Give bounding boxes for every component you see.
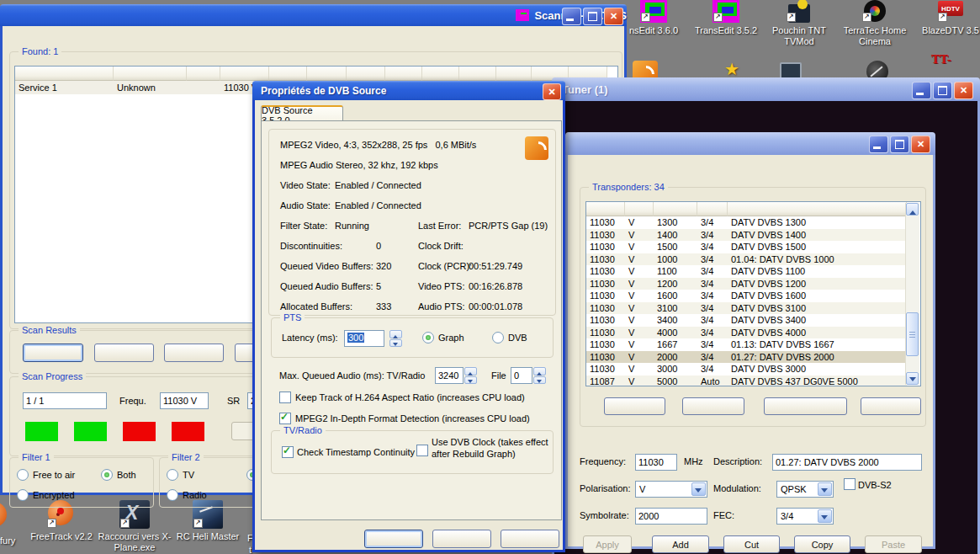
scroll-thumb[interactable] — [906, 312, 919, 356]
scan-results-button[interactable] — [23, 344, 83, 362]
transponder-row[interactable]: 11030 V 1000 3/4 01.04: DATV DVBS 1000 — [586, 253, 907, 266]
transponder-row[interactable]: 11030 V 1100 3/4 DATV DVBS 1100 — [586, 265, 907, 278]
chevron-down-icon[interactable] — [818, 509, 832, 523]
desktop-icon[interactable]: Pouchin TNT TVMod — [761, 0, 837, 47]
description-input[interactable] — [772, 454, 922, 471]
filter-radio-option[interactable]: TV — [167, 465, 246, 485]
transponder-row[interactable]: 11030 V 1400 3/4 DATV DVBS 1400 — [586, 229, 907, 242]
filter-radio-option[interactable]: Free to air — [17, 465, 101, 485]
frequency-input[interactable] — [635, 454, 677, 471]
column-header[interactable] — [728, 202, 907, 216]
symbolrate-input[interactable] — [635, 508, 707, 525]
dialog-button[interactable] — [501, 530, 559, 548]
transponder-row[interactable]: 11030 V 1600 3/4 DATV DVBS 1600 — [586, 290, 907, 302]
transponder-row[interactable]: 11030 V 4000 3/4 DATV DVBS 4000 — [586, 327, 907, 339]
transponder-action-button[interactable] — [604, 397, 665, 415]
desktop-icon[interactable]: Raccourci vers X-Plane.exe — [97, 500, 172, 553]
minimize-button[interactable] — [869, 136, 888, 153]
checkbox-icon — [279, 392, 291, 403]
close-button[interactable] — [954, 82, 973, 99]
latency-spinner[interactable] — [389, 330, 402, 347]
desktop-icon[interactable]: nsEdit 3.6.0 — [616, 0, 691, 36]
timestamp-checkbox[interactable] — [282, 446, 294, 458]
max-queued-tv-spinner[interactable] — [464, 367, 477, 384]
transponder-row[interactable]: 11030 V 1200 3/4 DATV DVBS 1200 — [586, 278, 907, 290]
polarisation-value: V — [639, 484, 645, 494]
polarisation-select[interactable]: V — [635, 481, 707, 498]
dvbs2-checkbox[interactable] — [844, 478, 856, 490]
column-header[interactable] — [586, 202, 625, 216]
max-queued-tv-input[interactable] — [435, 367, 464, 384]
column-header[interactable] — [307, 67, 347, 81]
edit-action-button[interactable]: Copy — [794, 535, 850, 553]
maximize-button[interactable] — [583, 8, 602, 25]
frequency-field[interactable] — [160, 392, 209, 409]
column-header[interactable] — [187, 67, 220, 81]
column-header[interactable] — [385, 67, 422, 81]
chevron-down-icon[interactable] — [691, 482, 706, 496]
transponder-action-button[interactable] — [682, 397, 744, 415]
progress-field[interactable] — [23, 392, 107, 409]
dvb-clock-checkbox[interactable] — [416, 445, 428, 456]
desktop-icon[interactable] — [930, 52, 955, 76]
close-button[interactable] — [543, 83, 561, 100]
transponder-row[interactable]: 11030 V 2000 3/4 01.27: DATV DVBS 2000 — [586, 351, 907, 364]
close-button[interactable] — [604, 8, 623, 25]
filter-radio-option[interactable]: Radio — [167, 485, 246, 505]
transponder-row[interactable]: 11030 V 3000 3/4 DATV DVBS 3000 — [586, 363, 907, 376]
minimize-button[interactable] — [562, 8, 581, 25]
scrollbar[interactable] — [905, 203, 919, 385]
close-button[interactable] — [911, 136, 930, 153]
scanner-titlebar[interactable]: Scanner - DATV-S — [0, 4, 627, 26]
dvb-radio-label: DVB — [508, 333, 527, 343]
dialog-button[interactable] — [364, 530, 423, 548]
chevron-down-icon[interactable] — [818, 482, 832, 496]
dvb-radio-option[interactable]: DVB — [492, 328, 527, 348]
transponder-row[interactable]: 11030 V 1667 3/4 01.13: DATV DVBS 1667 — [586, 338, 907, 351]
latency-input[interactable]: 300 — [344, 330, 384, 347]
scan-results-button[interactable] — [94, 344, 154, 362]
maximize-button[interactable] — [890, 136, 909, 153]
transponder-row[interactable]: 11030 V 3400 3/4 DATV DVBS 3400 — [586, 314, 907, 327]
modulation-select[interactable]: QPSK — [776, 481, 834, 498]
filter-radio-option[interactable]: Both — [101, 465, 150, 485]
edit-action-button[interactable]: Apply — [583, 535, 632, 553]
transponder-action-button[interactable] — [861, 397, 921, 415]
transponder-row[interactable]: 11030 V 3100 3/4 DATV DVBS 3100 — [586, 302, 907, 315]
column-header[interactable] — [496, 67, 532, 81]
column-header[interactable] — [269, 67, 307, 81]
transponder-row[interactable]: 11087 V 5000 Auto DATV DVBS 437 DG0VE 50… — [586, 376, 907, 387]
edit-action-button[interactable]: Paste — [865, 535, 922, 553]
column-header[interactable] — [459, 67, 496, 81]
column-header[interactable] — [114, 67, 187, 81]
column-header[interactable] — [347, 67, 385, 81]
edit-action-button[interactable]: Add — [652, 535, 709, 553]
max-queued-file-input[interactable] — [511, 367, 532, 384]
column-header[interactable] — [422, 67, 459, 81]
scan-results-button[interactable] — [164, 344, 224, 362]
dialog-button[interactable] — [432, 530, 491, 548]
maximize-button[interactable] — [933, 82, 952, 99]
scroll-up-icon[interactable] — [906, 203, 919, 216]
column-header[interactable] — [654, 202, 697, 216]
transponder-action-button[interactable] — [764, 397, 847, 415]
transponder-row[interactable]: 11030 V 1500 3/4 DATV DVBS 1500 — [586, 241, 907, 253]
edit-action-button[interactable]: Cut — [723, 535, 780, 553]
desktop-icon[interactable]: HDTV BlazeDTV 3.5 — [913, 0, 980, 36]
desktop-icon[interactable]: TerraTec Home Cinema — [837, 0, 913, 47]
column-header[interactable] — [697, 202, 728, 216]
filter-radio-option[interactable]: Encrypted — [17, 485, 101, 505]
graph-radio-option[interactable]: Graph — [422, 328, 464, 348]
column-header[interactable] — [220, 67, 269, 81]
scroll-down-icon[interactable] — [906, 372, 919, 385]
partial-desktop-icon[interactable] — [0, 502, 7, 529]
column-header[interactable] — [625, 202, 654, 216]
max-queued-file-spinner[interactable] — [533, 367, 546, 384]
dialog-titlebar[interactable]: Propriétés de DVB Source — [252, 81, 565, 100]
transponder-row[interactable]: 11030 V 1300 3/4 DATV DVBS 1300 — [586, 216, 907, 229]
column-header[interactable] — [15, 67, 114, 81]
desktop-icon[interactable]: TransEdit 3.5.2 — [688, 0, 764, 36]
minimize-button[interactable] — [912, 82, 931, 99]
option-checkbox-row[interactable]: Keep Track of H.264 Aspect Ratio (increa… — [279, 386, 554, 408]
fec-select[interactable]: 3/4 — [776, 508, 834, 525]
